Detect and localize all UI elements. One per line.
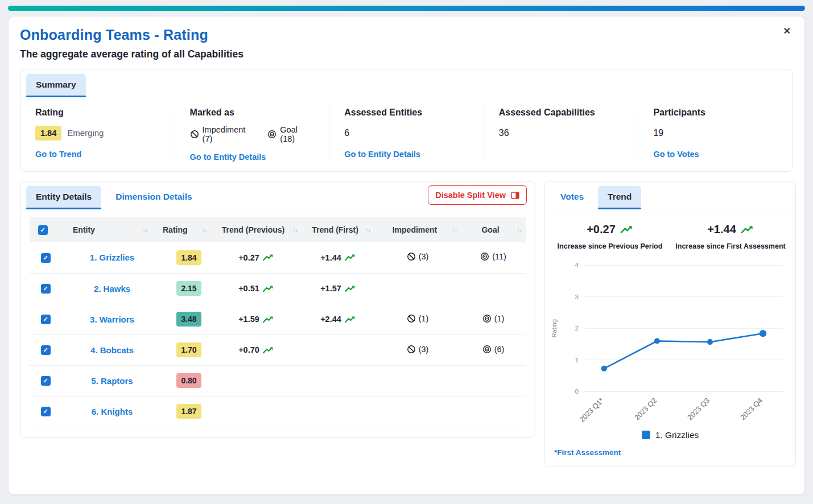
- goal-cell-content: (11): [480, 252, 506, 261]
- tab-dimension-details[interactable]: Dimension Details: [106, 186, 201, 209]
- row-checkbox[interactable]: ✓: [41, 315, 51, 324]
- increase-previous-label: Increase since Previous Period: [550, 242, 670, 250]
- increase-first-label: Increase since First Assessment: [670, 242, 791, 250]
- goal-icon: [482, 314, 492, 323]
- tab-entity-details[interactable]: Entity Details: [26, 186, 101, 209]
- increase-previous-value: +0.27: [587, 223, 616, 236]
- column-header-select: ✓: [30, 217, 61, 242]
- page-subtitle: The aggregate average rating of all Capa…: [20, 48, 793, 60]
- trend-up-icon: [741, 225, 754, 234]
- trend-first-value: +1.57: [320, 284, 356, 293]
- disable-split-view-button[interactable]: Disable Split View: [428, 185, 527, 205]
- trend-up-icon: [263, 254, 274, 261]
- trend-up-icon: [345, 254, 356, 261]
- increase-first-value: +1.44: [707, 223, 736, 236]
- svg-text:2023 Q2: 2023 Q2: [633, 396, 658, 422]
- content-row: Entity Details Dimension Details Disable…: [9, 172, 804, 466]
- trend-previous-value: +0.70: [238, 345, 274, 354]
- split-view-icon: [511, 191, 519, 200]
- sort-icon[interactable]: ↑↓: [517, 226, 522, 233]
- row-checkbox[interactable]: ✓: [41, 284, 51, 294]
- assessed-entities-label: Assessed Entities: [344, 108, 469, 118]
- close-button[interactable]: ✕: [783, 26, 791, 36]
- rating-badge: 1.84: [176, 250, 201, 265]
- marked-impediment: Impediment (7): [190, 125, 258, 143]
- trend-previous-value: +0.51: [238, 284, 274, 293]
- go-to-votes-link[interactable]: Go to Votes: [653, 150, 699, 159]
- stat-rating-label: Rating: [35, 108, 160, 118]
- impediment-cell-content: (3): [407, 252, 429, 261]
- trend-previous-value: +0.27: [238, 253, 274, 262]
- select-all-checkbox[interactable]: ✓: [38, 225, 48, 235]
- table-row: ✓ 5. Raptors 0.80: [30, 365, 526, 396]
- entity-link[interactable]: 6. Knights: [92, 407, 133, 416]
- sort-icon[interactable]: ↑↓: [143, 226, 148, 233]
- row-checkbox[interactable]: ✓: [41, 376, 51, 386]
- goal-cell-content: (6): [482, 345, 505, 354]
- summary-tab-bar: Summary: [20, 69, 793, 97]
- entity-details-panel: Entity Details Dimension Details Disable…: [20, 181, 535, 438]
- marked-goal: Goal (18): [267, 125, 314, 143]
- svg-text:2023 Q4: 2023 Q4: [738, 396, 764, 422]
- svg-text:3: 3: [575, 293, 579, 300]
- table-row: ✓ 4. Bobcats 1.70 +0.70 (3) (6): [30, 334, 526, 365]
- entity-link[interactable]: 2. Hawks: [94, 284, 130, 294]
- impediment-icon: [407, 252, 416, 261]
- trend-up-icon: [345, 316, 356, 323]
- gradient-accent-bar: [8, 6, 805, 11]
- rating-qualifier: Emerging: [67, 128, 104, 138]
- goal-cell-content: (1): [482, 314, 505, 323]
- assessed-entities-link[interactable]: Go to Entity Details: [344, 150, 420, 159]
- rating-badge: 3.48: [176, 312, 201, 327]
- summary-rating-badge: 1.84: [35, 126, 61, 141]
- go-to-trend-link[interactable]: Go to Trend: [35, 150, 81, 159]
- tab-votes[interactable]: Votes: [551, 186, 593, 209]
- rating-badge: 1.70: [176, 342, 201, 357]
- impediment-cell-content: (1): [407, 314, 429, 323]
- tab-summary[interactable]: Summary: [26, 74, 86, 97]
- column-header-entity[interactable]: Entity↑↓: [61, 217, 151, 242]
- sort-icon[interactable]: ↑↓: [202, 226, 207, 233]
- svg-text:2: 2: [575, 324, 579, 332]
- sort-icon[interactable]: ↑↓: [293, 226, 298, 233]
- row-checkbox[interactable]: ✓: [41, 345, 51, 355]
- impediment-icon: [407, 314, 416, 323]
- sort-icon[interactable]: ↑↓: [366, 226, 371, 233]
- trend-tab-bar: Votes Trend: [545, 181, 795, 209]
- goal-icon: [480, 252, 489, 261]
- tab-trend[interactable]: Trend: [598, 186, 641, 209]
- stat-increase-previous: +0.27 Increase since Previous Period: [550, 223, 670, 250]
- trend-first-value: +2.44: [320, 315, 356, 324]
- entity-link[interactable]: 3. Warriors: [90, 315, 134, 324]
- rating-badge: 2.15: [176, 281, 201, 296]
- column-header-trend-previous[interactable]: Trend (Previous)↑↓: [211, 217, 302, 242]
- stat-participants: Participants 19 Go to Votes: [638, 106, 793, 163]
- stat-marked-as: Marked as Impediment (7) Goal (18) Go to…: [175, 106, 329, 163]
- column-header-trend-first[interactable]: Trend (First)↑↓: [302, 217, 374, 242]
- summary-stats-row: Rating 1.84 Emerging Go to Trend Marked …: [20, 97, 793, 171]
- stat-marked-as-label: Marked as: [190, 108, 315, 118]
- entity-link[interactable]: 1. Grizzlies: [90, 253, 134, 262]
- trend-previous-value: +1.59: [238, 315, 274, 324]
- sort-icon[interactable]: ↑↓: [452, 226, 457, 233]
- summary-panel: Summary Rating 1.84 Emerging Go to Trend…: [20, 69, 793, 172]
- marked-as-entity-details-link[interactable]: Go to Entity Details: [190, 152, 266, 162]
- entity-link[interactable]: 5. Raptors: [91, 376, 133, 386]
- row-checkbox[interactable]: ✓: [41, 407, 51, 416]
- trend-panel: Votes Trend +0.27 Increase since Previou…: [544, 181, 796, 466]
- trend-up-icon: [263, 316, 274, 323]
- column-header-goal[interactable]: Goal↑↓: [461, 217, 526, 242]
- participants-value: 19: [653, 128, 663, 138]
- svg-text:1: 1: [575, 356, 579, 363]
- trend-stats-row: +0.27 Increase since Previous Period +1.…: [545, 209, 795, 253]
- row-checkbox[interactable]: ✓: [41, 253, 51, 263]
- rating-badge: 1.87: [176, 404, 201, 419]
- trend-line-chart: 01234Rating2023 Q1*2023 Q22023 Q32023 Q4: [548, 258, 792, 429]
- entity-link[interactable]: 4. Bobcats: [90, 345, 134, 355]
- column-header-impediment[interactable]: Impediment↑↓: [374, 217, 461, 242]
- trend-up-icon: [620, 225, 633, 234]
- first-assessment-footnote: *First Assessment: [545, 444, 795, 466]
- chart-legend: 1. Grizzlies: [545, 429, 795, 444]
- assessed-capabilities-label: Assessed Capabilities: [499, 108, 624, 118]
- column-header-rating[interactable]: Rating↑↓: [151, 217, 211, 242]
